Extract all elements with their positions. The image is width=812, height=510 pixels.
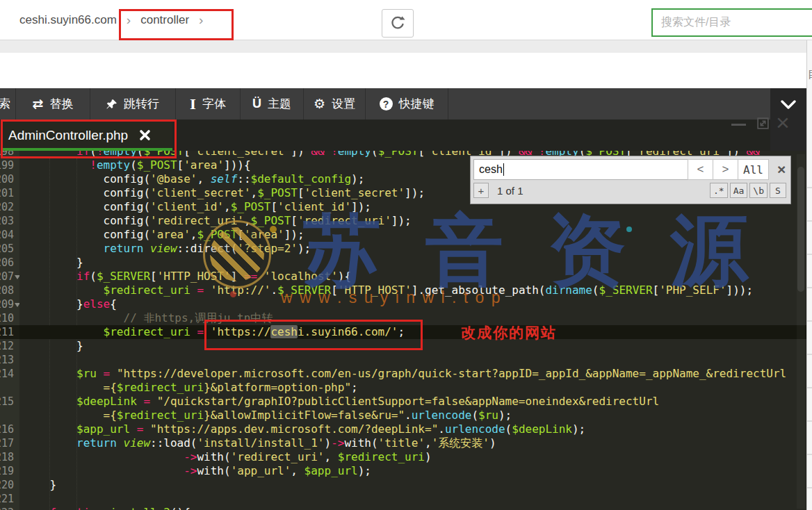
code-line[interactable]: 218 ->with('redirect_uri', $redirect_uri… <box>0 450 806 464</box>
file-manager-editor-window: 198 if(!empty($_POST['client_secret']) &… <box>0 0 812 510</box>
watermark-dot <box>270 226 277 233</box>
code-line[interactable]: 220 } <box>0 478 806 492</box>
code-line[interactable]: 212 } <box>0 339 806 353</box>
fold-arrow-icon[interactable] <box>15 303 19 310</box>
line-number: 213 <box>0 353 19 367</box>
window-header: × <box>0 53 806 88</box>
line-number: 212 <box>0 339 19 353</box>
tab-bar: AdminController.php <box>0 120 806 151</box>
watermark-dot <box>626 227 632 232</box>
code-line[interactable]: 210 // 非https,调用ju.tn中转 <box>0 311 806 325</box>
file-search-box[interactable]: 搜索文件/目录 <box>651 8 812 37</box>
gear-icon: ⚙ <box>314 96 325 112</box>
tab-admincontroller[interactable]: AdminController.php <box>1 120 172 151</box>
toolbar-item-font[interactable]: I 字体 <box>176 88 241 120</box>
line-number: 218 <box>0 450 19 464</box>
toolbar-item-goto-line[interactable]: 跳转行 <box>90 88 176 120</box>
code-line[interactable]: 216 $app_url = "https://apps.dev.microso… <box>0 422 806 436</box>
line-number: 202 <box>0 200 19 214</box>
tab-label: AdminController.php <box>8 128 128 143</box>
tab-close-icon[interactable] <box>139 129 151 141</box>
code-line[interactable]: 217 return view::load('install/install_1… <box>0 436 806 450</box>
active-tab-indicator <box>1 148 172 151</box>
scrollbar-thumb[interactable] <box>797 167 804 292</box>
code-line[interactable]: ={$redirect_uri}&allowImplicitFlow=false… <box>0 409 806 422</box>
code-line[interactable]: 222 function install_2(){ <box>0 506 806 510</box>
line-number: 204 <box>0 228 19 242</box>
toolbar-item-theme[interactable]: Ü 主题 <box>241 88 304 120</box>
maximize-icon[interactable] <box>756 116 770 133</box>
watermark-url: w w w . s u y i n w l . t o p <box>281 288 501 307</box>
code-line[interactable]: ={$redirect_uri}&platform=option-php"; <box>0 381 806 395</box>
pin-icon <box>106 99 117 110</box>
line-number: 219 <box>0 464 19 478</box>
breadcrumb-bar: ceshi.suyin66.com › controller › 搜索文件/目录 <box>0 0 812 40</box>
chevron-down-icon <box>781 100 796 110</box>
regex-toggle[interactable]: .* <box>710 183 728 198</box>
editor-scrollbar[interactable] <box>797 154 805 509</box>
line-number: 222 <box>0 506 19 510</box>
in-selection-toggle[interactable]: S <box>770 183 786 198</box>
chevron-right-icon: › <box>127 13 131 28</box>
chevron-right-icon: › <box>199 13 203 28</box>
find-prev-button[interactable]: < <box>688 159 713 180</box>
theme-icon: Ü <box>252 97 261 111</box>
annotation-note: 改成你的网站 <box>461 323 557 343</box>
code-line[interactable]: 219 ->with('app_url', $app_url); <box>0 464 806 478</box>
line-number: 203 <box>0 214 19 228</box>
watermark-dot <box>230 291 236 297</box>
editor-toolbar: 搜索 ⇄ 替换 跳转行 I 字体 Ü 主题 ⚙ 设置 ? 快捷键 <box>0 88 806 120</box>
code-line[interactable]: 214 $ru = "https://developer.microsoft.c… <box>0 367 806 381</box>
line-number <box>0 381 19 395</box>
find-next-button[interactable]: > <box>713 159 738 180</box>
line-number: 200 <box>0 172 19 186</box>
code-line[interactable]: 221 <box>0 492 806 506</box>
help-icon: ? <box>380 97 393 110</box>
find-expand-replace-button[interactable]: + <box>473 183 489 198</box>
line-number: 211 <box>0 325 19 339</box>
breadcrumb-item-root[interactable]: ceshi.suyin66.com <box>19 13 117 27</box>
text-caret <box>503 163 504 176</box>
watermark-logo <box>203 220 271 288</box>
line-number: 215 <box>0 395 19 409</box>
find-input[interactable]: cesh <box>473 159 688 180</box>
line-number: 205 <box>0 242 19 256</box>
toolbar-item-shortcuts[interactable]: ? 快捷键 <box>366 88 448 120</box>
line-number: 214 <box>0 367 19 381</box>
background-page-strip: 目录 <box>806 40 812 510</box>
background-row-lines <box>807 155 812 510</box>
line-number: 220 <box>0 478 19 492</box>
refresh-button[interactable] <box>382 9 414 38</box>
line-number: 199 <box>0 158 19 172</box>
code-line[interactable]: 215 $deepLink = "/quickstart/graphIO?pub… <box>0 395 806 409</box>
whole-word-toggle[interactable]: \b <box>749 183 768 198</box>
line-number <box>0 409 19 422</box>
font-icon: I <box>190 97 196 112</box>
line-number: 206 <box>0 256 19 270</box>
line-number: 209 <box>0 297 19 311</box>
find-close-icon[interactable]: × <box>777 163 786 176</box>
line-number: 221 <box>0 492 19 506</box>
repeat-icon: ⇄ <box>33 96 44 112</box>
watermark-title: 苏音资源 <box>303 213 793 289</box>
line-number: 208 <box>0 283 19 297</box>
divider-band <box>0 40 812 53</box>
code-line[interactable]: 211 $redirect_uri = 'https://ceshi.suyin… <box>0 325 806 339</box>
code-line[interactable]: 213 <box>0 353 806 367</box>
search-placeholder: 搜索文件/目录 <box>653 15 731 30</box>
toolbar-item-replace[interactable]: ⇄ 替换 <box>16 88 90 120</box>
breadcrumb-item-controller[interactable]: controller <box>140 13 189 27</box>
minimize-icon[interactable] <box>731 124 746 126</box>
refresh-icon <box>390 16 405 31</box>
toolbar-item-settings[interactable]: ⚙ 设置 <box>304 88 366 120</box>
line-number: 216 <box>0 422 19 436</box>
breadcrumb: ceshi.suyin66.com › controller › <box>19 0 203 40</box>
case-sensitive-toggle[interactable]: Aa <box>730 183 748 198</box>
fold-arrow-icon[interactable] <box>15 275 19 282</box>
line-number: 210 <box>0 311 19 325</box>
close-icon[interactable]: × <box>776 110 790 134</box>
line-number: 207 <box>0 270 19 283</box>
find-all-button[interactable]: All <box>738 159 769 180</box>
background-partial-text: 目录 <box>808 68 812 81</box>
toolbar-item-search[interactable]: 搜索 <box>0 88 16 120</box>
